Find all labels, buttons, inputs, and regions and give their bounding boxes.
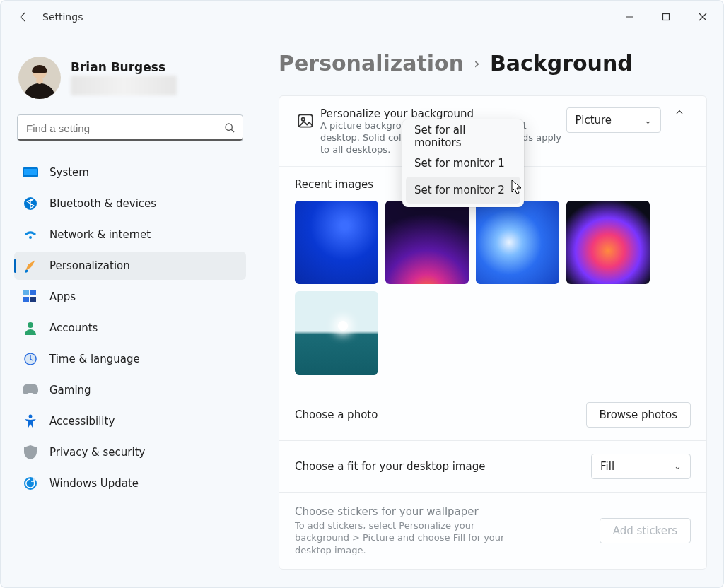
svg-rect-12 bbox=[23, 290, 29, 295]
titlebar: Settings bbox=[0, 0, 724, 34]
system-icon bbox=[23, 165, 38, 180]
main-content: Personalization › Background Personalize… bbox=[253, 34, 724, 588]
button-label: Browse photos bbox=[600, 408, 677, 421]
recent-image-thumb[interactable] bbox=[295, 291, 378, 375]
chevron-right-icon: › bbox=[474, 54, 480, 72]
svg-rect-10 bbox=[24, 169, 37, 175]
svg-line-8 bbox=[231, 129, 234, 132]
background-type-select[interactable]: Picture ⌄ bbox=[566, 107, 662, 133]
controller-icon bbox=[23, 382, 38, 398]
svg-point-16 bbox=[28, 322, 33, 328]
nav-accounts[interactable]: Accounts bbox=[14, 314, 246, 342]
nav-label: Bluetooth & devices bbox=[49, 197, 156, 210]
nav-apps[interactable]: Apps bbox=[14, 283, 246, 311]
choose-fit-row: Choose a fit for your desktop image Fill… bbox=[279, 441, 706, 493]
menu-label: Set for monitor 1 bbox=[414, 157, 505, 170]
close-button[interactable] bbox=[687, 6, 718, 28]
svg-point-18 bbox=[29, 415, 33, 418]
recent-image-thumb[interactable] bbox=[476, 201, 559, 284]
nav-label: Accounts bbox=[49, 322, 98, 334]
search-field[interactable] bbox=[25, 122, 224, 135]
shield-icon bbox=[23, 445, 38, 460]
recent-image-thumb[interactable] bbox=[566, 201, 650, 284]
nav-bluetooth[interactable]: Bluetooth & devices bbox=[14, 189, 246, 218]
stickers-row: Choose stickers for your wallpaper To ad… bbox=[279, 493, 706, 570]
settings-window: Settings bbox=[0, 0, 724, 588]
nav-label: Accessibility bbox=[49, 415, 115, 428]
background-card: Personalize your background A picture ba… bbox=[279, 95, 707, 570]
menu-label: Set for monitor 2 bbox=[414, 184, 505, 196]
collapse-button[interactable] bbox=[668, 107, 691, 117]
nav-label: Apps bbox=[49, 290, 76, 303]
chevron-down-icon: ⌄ bbox=[644, 115, 652, 126]
nav-update[interactable]: Windows Update bbox=[14, 469, 246, 498]
recent-image-thumb[interactable] bbox=[385, 201, 469, 284]
bluetooth-icon bbox=[23, 196, 38, 211]
svg-point-6 bbox=[36, 77, 43, 84]
nav-network[interactable]: Network & internet bbox=[14, 220, 246, 249]
svg-point-7 bbox=[226, 124, 232, 130]
svg-rect-14 bbox=[23, 297, 29, 302]
personalize-header: Personalize your background A picture ba… bbox=[279, 96, 706, 167]
nav-label: System bbox=[49, 166, 89, 179]
stickers-subtitle: To add stickers, select Personalize your… bbox=[295, 519, 507, 557]
nav-label: Time & language bbox=[49, 353, 140, 365]
button-label: Add stickers bbox=[613, 524, 677, 537]
svg-rect-13 bbox=[30, 290, 36, 295]
svg-rect-15 bbox=[30, 297, 36, 302]
search-input[interactable] bbox=[17, 114, 243, 141]
nav-system[interactable]: System bbox=[14, 158, 246, 187]
recent-image-thumb[interactable] bbox=[295, 201, 378, 284]
nav-accessibility[interactable]: Accessibility bbox=[14, 407, 246, 435]
choose-fit-label: Choose a fit for your desktop image bbox=[295, 460, 580, 473]
choose-photo-label: Choose a photo bbox=[295, 408, 575, 421]
context-menu: Set for all monitors Set for monitor 1 S… bbox=[402, 119, 524, 207]
crumb-parent[interactable]: Personalization bbox=[279, 51, 464, 76]
menu-item-all-monitors[interactable]: Set for all monitors bbox=[406, 123, 520, 150]
person-icon bbox=[23, 320, 38, 336]
user-email-blurred bbox=[71, 76, 177, 95]
nav-label: Privacy & security bbox=[49, 446, 145, 459]
svg-rect-1 bbox=[663, 14, 670, 20]
nav-time[interactable]: Time & language bbox=[14, 345, 246, 373]
select-value: Fill bbox=[600, 460, 614, 473]
choose-photo-row: Choose a photo Browse photos bbox=[279, 389, 706, 441]
menu-item-monitor-1[interactable]: Set for monitor 1 bbox=[406, 150, 520, 177]
browse-photos-button[interactable]: Browse photos bbox=[586, 402, 691, 428]
fit-select[interactable]: Fill ⌄ bbox=[591, 454, 691, 479]
nav-gaming[interactable]: Gaming bbox=[14, 376, 246, 404]
nav-label: Network & internet bbox=[49, 228, 151, 241]
apps-icon bbox=[23, 289, 38, 305]
nav-label: Windows Update bbox=[49, 477, 139, 490]
stickers-title: Choose stickers for your wallpaper bbox=[295, 505, 588, 518]
nav-label: Gaming bbox=[49, 384, 91, 396]
accessibility-icon bbox=[23, 413, 38, 429]
brush-icon bbox=[23, 258, 38, 274]
menu-item-monitor-2[interactable]: Set for monitor 2 bbox=[406, 177, 520, 204]
clock-icon bbox=[23, 351, 38, 367]
breadcrumb: Personalization › Background bbox=[279, 51, 707, 76]
user-name: Brian Burgess bbox=[71, 60, 177, 74]
minimize-button[interactable] bbox=[614, 6, 645, 28]
nav: System Bluetooth & devices Network & int… bbox=[14, 158, 253, 498]
avatar bbox=[18, 57, 61, 99]
section-title: Personalize your background bbox=[320, 107, 566, 120]
chevron-down-icon: ⌄ bbox=[674, 461, 682, 471]
search-icon bbox=[224, 122, 235, 134]
user-row[interactable]: Brian Burgess bbox=[18, 57, 253, 99]
wifi-icon bbox=[23, 227, 38, 242]
nav-label: Personalization bbox=[49, 259, 130, 272]
back-icon[interactable] bbox=[17, 11, 30, 23]
window-title: Settings bbox=[42, 11, 83, 23]
update-icon bbox=[23, 476, 38, 491]
picture-icon bbox=[295, 110, 316, 131]
add-stickers-button: Add stickers bbox=[600, 518, 691, 543]
menu-label: Set for all monitors bbox=[414, 124, 512, 149]
nav-privacy[interactable]: Privacy & security bbox=[14, 438, 246, 466]
sidebar: Brian Burgess System bbox=[0, 34, 253, 588]
svg-point-21 bbox=[302, 118, 305, 121]
cursor-icon bbox=[511, 180, 524, 195]
page-title: Background bbox=[490, 51, 633, 76]
nav-personalization[interactable]: Personalization bbox=[14, 252, 246, 280]
maximize-button[interactable] bbox=[650, 6, 682, 28]
